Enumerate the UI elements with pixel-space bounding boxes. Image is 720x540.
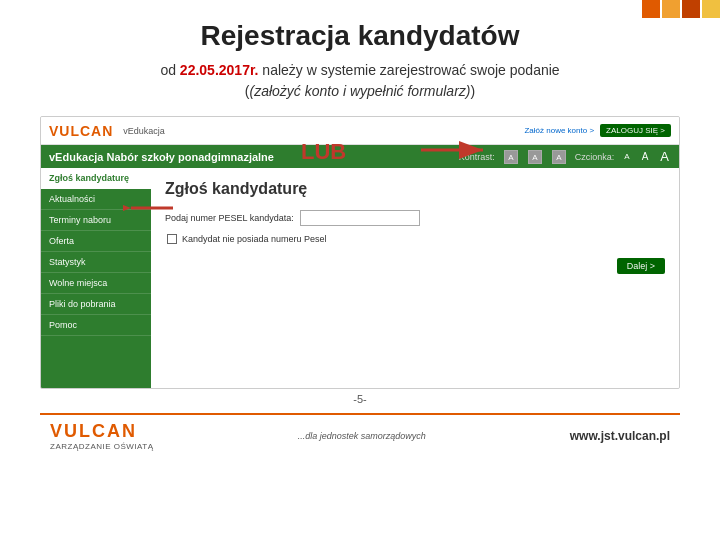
- sidebar-item-pomoc[interactable]: Pomoc: [41, 315, 151, 336]
- mockup-topbar: VULCAN vEdukacja Załóż nowe konto > ZALO…: [41, 117, 679, 145]
- mockup-frame: LUB: [40, 116, 680, 389]
- deco-square-3: [682, 0, 700, 18]
- pesel-label: Podaj numer PESEL kandydata:: [165, 213, 294, 223]
- deco-square-4: [702, 0, 720, 18]
- no-pesel-checkbox[interactable]: [167, 234, 177, 244]
- footer-website: www.jst.vulcan.pl: [570, 429, 670, 443]
- sidebar-item-aktualnosci[interactable]: Aktualności: [41, 189, 151, 210]
- slide-footer: VULCAN ZARZĄDZANIE OŚWIATĄ ...dla jednos…: [40, 413, 680, 451]
- zaloz-konto-link[interactable]: Załóż nowe konto >: [524, 126, 594, 135]
- sidebar-item-pliki[interactable]: Pliki do pobrania: [41, 294, 151, 315]
- subtitle-highlight: 22.05.2017r.: [180, 62, 259, 78]
- deco-square-2: [662, 0, 680, 18]
- nav-controls: Kontrast: A A A Czcionka: A A A: [459, 149, 671, 164]
- slide-subtitle: od 22.05.2017r. należy w systemie zareje…: [160, 60, 559, 102]
- contrast-a-small[interactable]: A: [504, 150, 518, 164]
- sidebar-item-oferta[interactable]: Oferta: [41, 231, 151, 252]
- contrast-a-medium[interactable]: A: [528, 150, 542, 164]
- deco-square-1: [642, 0, 660, 18]
- czcionka-a-small[interactable]: A: [624, 152, 629, 161]
- footer-logo-area: VULCAN ZARZĄDZANIE OŚWIATĄ: [50, 421, 154, 451]
- topbar-right: Załóż nowe konto > ZALOGUJ SIĘ >: [524, 124, 671, 137]
- page-title: Rejestracja kandydatów: [200, 20, 519, 52]
- footer-sub-label: ZARZĄDZANIE OŚWIATĄ: [50, 442, 154, 451]
- footer-tagline: ...dla jednostek samorządowych: [298, 431, 426, 441]
- main-title: Zgłoś kandydaturę: [165, 180, 665, 198]
- contrast-label: Kontrast:: [459, 152, 495, 162]
- page-number: -5-: [353, 393, 366, 405]
- mockup-logo: VULCAN vEdukacja: [49, 123, 165, 139]
- vedukacja-label: vEdukacja: [123, 126, 165, 136]
- czcionka-a-large[interactable]: A: [660, 149, 669, 164]
- pesel-form-row: Podaj numer PESEL kandydata:: [165, 210, 665, 226]
- sidebar-item-statystyk[interactable]: Statystyk: [41, 252, 151, 273]
- subtitle-prefix: od: [160, 62, 179, 78]
- pesel-input[interactable]: [300, 210, 420, 226]
- no-pesel-label: Kandydat nie posiada numeru Pesel: [182, 234, 327, 244]
- decorative-squares: [642, 0, 720, 18]
- czcionka-label: Czcionka:: [575, 152, 615, 162]
- vulcan-logo-text: VULCAN: [49, 123, 113, 139]
- contrast-a-large[interactable]: A: [552, 150, 566, 164]
- navgreen-title: vEdukacja Nabór szkoły ponadgimnazjalne: [49, 151, 274, 163]
- dalej-button[interactable]: Dalej >: [617, 258, 665, 274]
- czcionka-a-medium[interactable]: A: [642, 151, 649, 162]
- mockup-sidebar: Zgłoś kandydaturę Aktualności Terminy na…: [41, 168, 151, 388]
- mockup-content: Zgłoś kandydaturę Aktualności Terminy na…: [41, 168, 679, 388]
- sidebar-item-wolne[interactable]: Wolne miejsca: [41, 273, 151, 294]
- sidebar-item-zglos[interactable]: Zgłoś kandydaturę: [41, 168, 151, 189]
- sidebar-item-terminy[interactable]: Terminy naboru: [41, 210, 151, 231]
- zaloguj-button[interactable]: ZALOGUJ SIĘ >: [600, 124, 671, 137]
- mockup-main: Zgłoś kandydaturę Podaj numer PESEL kand…: [151, 168, 679, 388]
- subtitle-italic: (założyć konto i wypełnić formularz): [250, 83, 471, 99]
- checkbox-row[interactable]: Kandydat nie posiada numeru Pesel: [167, 234, 665, 244]
- mockup-navgreen: vEdukacja Nabór szkoły ponadgimnazjalne …: [41, 145, 679, 168]
- footer-vulcan-logo: VULCAN: [50, 421, 154, 442]
- subtitle-rest: należy w systemie zarejestrować swoje po…: [258, 62, 559, 78]
